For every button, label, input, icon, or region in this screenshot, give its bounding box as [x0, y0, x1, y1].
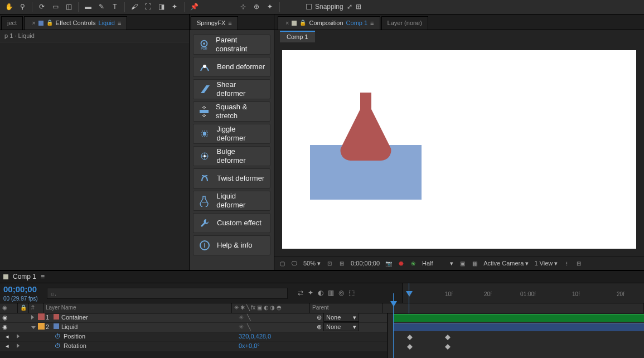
- keyframe[interactable]: [445, 344, 451, 350]
- close-icon[interactable]: ×: [32, 20, 35, 27]
- roi-icon[interactable]: ▣: [459, 260, 466, 267]
- snapping-toggle[interactable]: Snapping ⤢ ⊞: [306, 3, 361, 11]
- position-value[interactable]: 320,0,428,0: [236, 333, 387, 340]
- twirl-icon[interactable]: [17, 334, 20, 338]
- composition-canvas[interactable]: [282, 50, 636, 249]
- tab-layer[interactable]: Layer (none): [381, 16, 428, 30]
- transp-grid-icon[interactable]: ▦: [471, 260, 478, 267]
- playhead-line[interactable]: [393, 293, 394, 358]
- clone-tool-icon[interactable]: ⛶: [142, 2, 153, 13]
- pin-tool-icon[interactable]: 📌: [188, 2, 200, 13]
- snap-edge-icon[interactable]: ⤢: [347, 3, 352, 11]
- monitor-icon[interactable]: 🖵: [291, 260, 298, 267]
- lock-icon[interactable]: 🔒: [299, 20, 306, 26]
- stopwatch-icon[interactable]: ⏱: [55, 342, 61, 349]
- twirl-icon[interactable]: [17, 344, 20, 348]
- comp-target-link[interactable]: Comp 1: [346, 20, 368, 27]
- layer-row-liquid[interactable]: ◉ 2 Liquid ✳╲ ⊚ None ▾: [0, 323, 387, 332]
- property-row-position[interactable]: ◂ ⏱ Position 320,0,428,0: [0, 332, 387, 342]
- pickwhip-icon[interactable]: ⊚: [317, 323, 322, 330]
- springy-bulge[interactable]: Bulge deformer: [193, 146, 270, 166]
- resolution-dropdown[interactable]: Half ▾: [422, 260, 453, 267]
- region-icon[interactable]: ▭: [50, 2, 61, 13]
- timeline-search-input[interactable]: [47, 288, 288, 299]
- motion-blur-icon[interactable]: ▥: [328, 289, 334, 297]
- vis-col-icon[interactable]: ◉: [2, 304, 7, 311]
- track-bar-liquid[interactable]: [393, 323, 644, 331]
- comp-subtab[interactable]: Comp 1: [280, 31, 315, 42]
- tab-springyfx[interactable]: SpringyFX ≡: [191, 16, 238, 30]
- property-row-rotation[interactable]: ◂ ⏱ Rotation 0x+0,0°: [0, 342, 387, 351]
- mask-icon[interactable]: ◫: [63, 2, 74, 13]
- panel-menu-icon[interactable]: ≡: [228, 20, 231, 27]
- snapping-checkbox[interactable]: [306, 4, 312, 9]
- springy-squash[interactable]: Squash & stretch: [193, 101, 270, 122]
- parent-dropdown[interactable]: None ▾: [323, 313, 359, 322]
- zoom-dropdown[interactable]: 50% ▾: [303, 260, 321, 267]
- axis-local-icon[interactable]: ⊹: [238, 2, 249, 13]
- springy-jiggle[interactable]: Jiggle deformer: [193, 124, 270, 144]
- effect-target-link[interactable]: Liquid: [99, 20, 115, 27]
- panel-menu-icon[interactable]: ≡: [41, 273, 45, 280]
- current-time[interactable]: 00;00;00: [0, 283, 43, 296]
- springy-parent-constraint[interactable]: PSR Parent constraint: [193, 35, 270, 55]
- rect-tool-icon[interactable]: ▬: [83, 2, 94, 13]
- springy-bend[interactable]: Bend deformer: [193, 57, 270, 77]
- grid-icon[interactable]: ⊞: [338, 260, 345, 267]
- comp-flow-icon[interactable]: ⇄: [298, 289, 303, 297]
- stopwatch-icon[interactable]: ⏱: [55, 333, 61, 340]
- pen-tool-icon[interactable]: ✎: [96, 2, 107, 13]
- twirl-icon[interactable]: [31, 315, 34, 320]
- graph-icon[interactable]: ◎: [338, 289, 344, 297]
- kf-nav-prev-icon[interactable]: ◂: [6, 342, 9, 349]
- zoom-tool-icon[interactable]: ⚲: [17, 2, 28, 13]
- color-mgmt-icon[interactable]: ❀: [410, 260, 417, 267]
- panel-menu-icon[interactable]: ≡: [118, 20, 121, 27]
- camera-dropdown[interactable]: Active Camera ▾: [483, 260, 529, 267]
- layer-row-container[interactable]: ◉ 1 Container ✳╲ ⊚ None ▾: [0, 313, 387, 323]
- springy-help[interactable]: i Help & info: [193, 235, 270, 255]
- tab-project[interactable]: ject: [1, 16, 23, 30]
- rotation-value[interactable]: 0x+0,0°: [236, 342, 387, 350]
- kf-nav-prev-icon[interactable]: ◂: [6, 333, 9, 340]
- pickwhip-icon[interactable]: ⊚: [317, 314, 322, 321]
- timeline-tracks[interactable]: [387, 313, 644, 358]
- snapshot-icon[interactable]: 📷: [385, 260, 392, 267]
- timeline-tab[interactable]: Comp 1: [13, 273, 36, 280]
- springy-twist[interactable]: Twist deformer: [193, 168, 270, 188]
- close-icon[interactable]: ×: [285, 20, 289, 27]
- roto-tool-icon[interactable]: ✦: [169, 2, 180, 13]
- viewer-time[interactable]: 0;00;00;00: [351, 260, 380, 267]
- shy-icon[interactable]: ✦: [308, 289, 313, 297]
- display-icon[interactable]: ▢: [279, 260, 285, 267]
- track-bar-container[interactable]: [393, 314, 644, 322]
- eye-icon[interactable]: ◉: [2, 314, 8, 321]
- tab-composition[interactable]: × 🔒 Composition Comp 1 ≡: [278, 16, 380, 30]
- channels-icon[interactable]: ⬣: [398, 260, 404, 267]
- keyframe[interactable]: [407, 344, 413, 350]
- brush-tool-icon[interactable]: 🖌: [129, 2, 140, 13]
- viewer-area[interactable]: [274, 42, 644, 257]
- springy-liquid[interactable]: Liquid deformer: [193, 191, 270, 211]
- views-dropdown[interactable]: 1 View ▾: [534, 260, 558, 267]
- share-icon[interactable]: ⫶: [563, 260, 570, 267]
- crop-icon[interactable]: ⊡: [326, 260, 333, 267]
- frame-blend-icon[interactable]: ◐: [318, 289, 323, 297]
- hand-tool-icon[interactable]: ✋: [3, 2, 14, 13]
- type-tool-icon[interactable]: T: [109, 2, 120, 13]
- parent-dropdown[interactable]: None ▾: [323, 322, 359, 331]
- springy-custom[interactable]: Custom effect: [193, 213, 270, 233]
- axis-view-icon[interactable]: ✦: [264, 2, 275, 13]
- lock-col-icon[interactable]: 🔒: [20, 304, 27, 311]
- orbit-icon[interactable]: ⟳: [36, 2, 47, 13]
- eye-icon[interactable]: ◉: [2, 323, 8, 330]
- snap-grid-icon[interactable]: ⊞: [356, 3, 361, 11]
- eraser-tool-icon[interactable]: ◨: [156, 2, 167, 13]
- panel-menu-icon[interactable]: ≡: [370, 20, 374, 27]
- time-ruler[interactable]: f 10f 20f 01:00f 10f 20f: [403, 283, 644, 303]
- keyframe[interactable]: [445, 335, 451, 340]
- draft3d-icon[interactable]: ⬚: [348, 289, 355, 297]
- axis-world-icon[interactable]: ⊕: [251, 2, 262, 13]
- keyframe[interactable]: [407, 335, 413, 340]
- twirl-icon[interactable]: [31, 326, 36, 329]
